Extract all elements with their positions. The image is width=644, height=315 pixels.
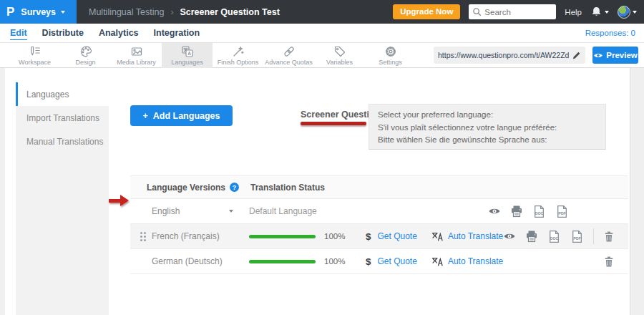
translation-progress-bar — [249, 235, 316, 238]
auto-translate-icon — [431, 231, 444, 242]
image-icon — [130, 45, 143, 58]
workspace-icon — [29, 45, 42, 58]
auto-translate-icon — [431, 256, 444, 267]
upgrade-now-button[interactable]: Upgrade Now — [393, 4, 460, 19]
eye-icon — [593, 52, 603, 59]
bell-icon — [590, 6, 602, 18]
search-icon — [472, 7, 482, 16]
languages-sidebar: Languages Import Translations Manual Tra… — [16, 82, 109, 315]
wand-icon — [232, 45, 245, 58]
scrollbar-track[interactable] — [630, 68, 644, 315]
screener-line-en: Select your preferred language: — [378, 109, 597, 122]
preview-eye-icon[interactable] — [488, 205, 501, 218]
page-gutter — [0, 68, 5, 315]
annotation-arrow — [109, 195, 129, 207]
dollar-icon: $ — [366, 256, 371, 267]
export-pdf-icon[interactable]: PDF — [570, 230, 584, 243]
survey-url: https://www.questionpro.com/t/AW22Zd50 — [438, 51, 569, 59]
svg-text:DOC: DOC — [550, 236, 559, 240]
toolbar-item-media-library[interactable]: Media Library — [111, 43, 162, 68]
screener-question-preview: Select your preferred language: S'il vou… — [369, 104, 606, 150]
preview-eye-icon[interactable] — [503, 230, 516, 243]
svg-text:A: A — [187, 51, 191, 56]
help-icon[interactable]: ? — [230, 183, 239, 192]
sidebar-item-manual-translations[interactable]: Manual Translations — [16, 130, 109, 153]
annotation-underline — [301, 122, 366, 125]
main-content: Languages Import Translations Manual Tra… — [0, 68, 644, 315]
table-row-french: French (Français) 100% $ Get Quote Auto … — [130, 224, 628, 249]
account-menu[interactable] — [618, 6, 637, 19]
tab-analytics[interactable]: Analytics — [99, 26, 139, 40]
toolbar-item-design[interactable]: Design — [60, 43, 111, 68]
toolbar-item-languages[interactable]: A Languages — [162, 43, 213, 68]
product-switcher-label: Surveys — [21, 7, 56, 17]
table-row-english: English Default Language DOC PDF — [130, 199, 628, 224]
questionpro-brand[interactable]: P Surveys — [0, 0, 77, 24]
get-quote-link[interactable]: $ Get Quote — [366, 231, 417, 242]
tag-icon — [333, 45, 346, 58]
auto-translate-link[interactable]: Auto Translate — [431, 231, 503, 242]
delete-icon[interactable] — [603, 231, 615, 243]
gear-icon — [384, 45, 397, 58]
chevron-down-icon — [605, 11, 609, 14]
divider — [593, 228, 594, 244]
auto-translate-link[interactable]: Auto Translate — [431, 256, 503, 267]
chain-links-icon — [283, 45, 296, 58]
add-languages-button[interactable]: + Add Languages — [130, 105, 233, 126]
tab-integration[interactable]: Integration — [154, 26, 200, 40]
svg-text:PDF: PDF — [558, 210, 566, 215]
survey-url-field[interactable]: https://www.questionpro.com/t/AW22Zd50 — [434, 47, 585, 64]
chevron-down-icon — [633, 11, 637, 14]
drag-handle[interactable] — [140, 232, 146, 241]
print-icon[interactable] — [510, 205, 523, 218]
language-name: German (Deutsch) — [152, 256, 223, 266]
toolbar-item-finish-options[interactable]: Finish Options — [213, 43, 263, 68]
topbar: P Surveys Multilingual Testing › Screene… — [0, 0, 644, 24]
progress-percent: 100% — [324, 232, 348, 241]
notifications-menu[interactable] — [590, 6, 609, 18]
survey-nav: Edit Distribute Analytics Integration Re… — [0, 24, 644, 43]
progress-percent: 100% — [324, 257, 348, 266]
responses-count[interactable]: Responses: 0 — [585, 29, 635, 37]
edit-toolbar: Workspace Design Media Library A Languag… — [0, 43, 644, 68]
toolbar-item-variables[interactable]: Variables — [314, 43, 365, 68]
default-language-label: Default Language — [249, 206, 317, 216]
pencil-icon[interactable] — [572, 51, 581, 60]
toolbar-item-workspace[interactable]: Workspace — [9, 43, 60, 68]
sidebar-item-import-translations[interactable]: Import Translations — [16, 106, 109, 130]
sidebar-item-languages[interactable]: Languages — [16, 82, 109, 106]
get-quote-link[interactable]: $ Get Quote — [366, 256, 417, 267]
avatar — [618, 6, 630, 19]
screener-line-fr: S'il vous plaît sélectionnez votre langu… — [378, 122, 597, 135]
global-search[interactable] — [469, 4, 556, 19]
print-icon[interactable] — [525, 230, 538, 243]
language-dropdown[interactable] — [229, 210, 233, 213]
questionpro-logo: P — [6, 5, 14, 19]
export-doc-icon[interactable]: DOC — [532, 205, 546, 218]
translation-progress-bar — [249, 260, 316, 263]
table-row-german: German (Deutsch) 100% $ Get Quote Auto T… — [130, 249, 628, 274]
language-name: French (Français) — [152, 231, 220, 241]
palette-icon — [79, 45, 92, 58]
language-name: English — [152, 206, 180, 216]
table-header: Language Versions ? Translation Status — [130, 175, 628, 199]
plus-icon: + — [142, 111, 147, 121]
search-input[interactable] — [484, 8, 547, 16]
breadcrumb-survey[interactable]: Multilingual Testing — [89, 7, 164, 17]
delete-icon[interactable] — [603, 256, 615, 268]
export-pdf-icon[interactable]: PDF — [555, 205, 569, 218]
screener-line-de: Bitte wählen Sie die gewünschte Sprache … — [378, 134, 597, 147]
chevron-down-icon — [61, 11, 65, 14]
export-doc-icon[interactable]: DOC — [547, 230, 561, 243]
preview-button[interactable]: Preview — [592, 47, 638, 64]
dollar-icon: $ — [366, 231, 371, 242]
column-translation-status: Translation Status — [250, 183, 325, 193]
svg-text:PDF: PDF — [574, 236, 582, 240]
help-link[interactable]: Help — [565, 8, 582, 16]
toolbar-item-advance-quotas[interactable]: Advance Quotas — [263, 43, 314, 68]
breadcrumb-separator: › — [170, 7, 173, 17]
language-versions-table: Language Versions ? Translation Status E… — [130, 175, 628, 274]
toolbar-item-settings[interactable]: Settings — [365, 43, 416, 68]
tab-distribute[interactable]: Distribute — [42, 26, 84, 40]
tab-edit[interactable]: Edit — [10, 26, 27, 40]
